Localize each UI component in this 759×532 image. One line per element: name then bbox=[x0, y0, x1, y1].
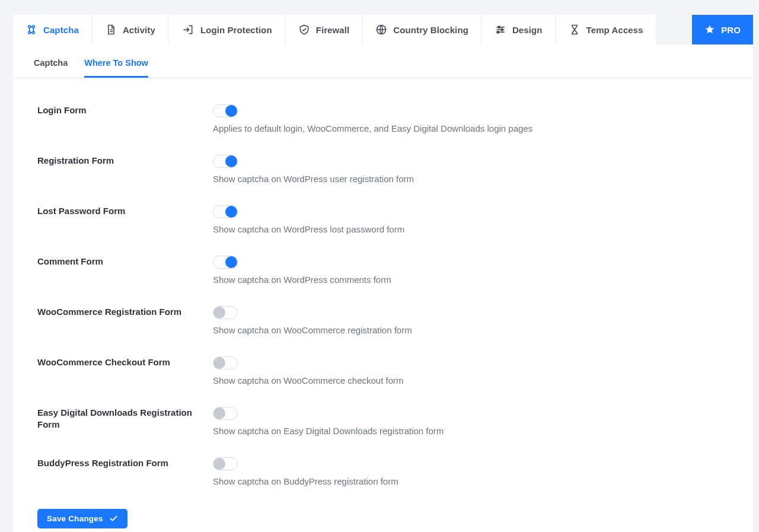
setting-help: Show captcha on WooCommerce registration… bbox=[213, 325, 729, 335]
setting-label: WooCommerce Checkout Form bbox=[37, 356, 213, 368]
document-icon bbox=[105, 24, 117, 36]
row-login-form: Login Form Applies to default login, Woo… bbox=[37, 96, 729, 146]
tab-activity[interactable]: Activity bbox=[93, 15, 168, 44]
svg-point-3 bbox=[33, 31, 35, 34]
shield-icon bbox=[298, 24, 310, 36]
svg-point-0 bbox=[28, 26, 31, 28]
tab-pro[interactable]: PRO bbox=[692, 15, 753, 44]
setting-label: Easy Digital Downloads Registration Form bbox=[37, 407, 213, 431]
settings-panel: Captcha Where To Show Login Form Applies… bbox=[13, 44, 753, 532]
row-woo-checkout-form: WooCommerce Checkout Form Show captcha o… bbox=[37, 348, 729, 399]
tab-label: Activity bbox=[123, 25, 155, 35]
row-buddypress-registration-form: BuddyPress Registration Form Show captch… bbox=[37, 449, 729, 499]
toggle-login-form[interactable] bbox=[213, 104, 238, 117]
row-lost-password-form: Lost Password Form Show captcha on WordP… bbox=[37, 197, 729, 247]
tab-label: Firewall bbox=[316, 25, 350, 35]
setting-label: WooCommerce Registration Form bbox=[37, 306, 213, 318]
setting-help: Show captcha on BuddyPress registration … bbox=[213, 476, 729, 486]
save-label: Save Changes bbox=[47, 514, 103, 523]
svg-point-5 bbox=[498, 26, 500, 28]
toggle-woo-registration-form[interactable] bbox=[213, 306, 238, 319]
svg-point-7 bbox=[497, 31, 499, 33]
setting-help: Show captcha on WooCommerce checkout for… bbox=[213, 375, 729, 386]
toggle-lost-password-form[interactable] bbox=[213, 205, 238, 218]
tab-label: Design bbox=[512, 25, 543, 35]
setting-help: Show captcha on WordPress comments form bbox=[213, 275, 729, 285]
tab-country-blocking[interactable]: Country Blocking bbox=[363, 15, 481, 44]
tab-captcha[interactable]: Captcha bbox=[13, 15, 91, 44]
subtab-where-to-show[interactable]: Where To Show bbox=[84, 55, 148, 78]
sub-tabs: Captcha Where To Show bbox=[14, 45, 752, 78]
svg-point-2 bbox=[28, 31, 31, 34]
tab-label: Temp Access bbox=[586, 25, 643, 35]
save-changes-button[interactable]: Save Changes bbox=[37, 509, 127, 528]
tab-label: Country Blocking bbox=[393, 25, 468, 35]
setting-label: Login Form bbox=[37, 104, 213, 116]
star-icon bbox=[704, 24, 715, 35]
login-icon bbox=[181, 24, 194, 36]
tab-label: Login Protection bbox=[200, 25, 272, 35]
svg-point-6 bbox=[501, 28, 503, 30]
setting-help: Show captcha on WordPress user registrat… bbox=[213, 174, 729, 184]
row-woo-registration-form: WooCommerce Registration Form Show captc… bbox=[37, 298, 729, 348]
tab-label: PRO bbox=[721, 25, 741, 35]
top-tabs: Captcha Activity Login Protection bbox=[13, 15, 753, 44]
setting-help: Applies to default login, WooCommerce, a… bbox=[213, 123, 729, 133]
tab-label: Captcha bbox=[43, 25, 79, 35]
tab-firewall[interactable]: Firewall bbox=[286, 15, 362, 44]
tab-design[interactable]: Design bbox=[482, 15, 555, 44]
sliders-icon bbox=[495, 24, 506, 36]
setting-help: Show captcha on Easy Digital Downloads r… bbox=[213, 426, 729, 436]
row-comment-form: Comment Form Show captcha on WordPress c… bbox=[37, 247, 729, 298]
setting-label: Comment Form bbox=[37, 256, 213, 267]
setting-label: Lost Password Form bbox=[37, 205, 213, 217]
setting-label: Registration Form bbox=[37, 155, 213, 167]
tab-login-protection[interactable]: Login Protection bbox=[169, 15, 285, 44]
toggle-comment-form[interactable] bbox=[213, 256, 238, 269]
toggle-registration-form[interactable] bbox=[213, 155, 238, 168]
svg-point-1 bbox=[33, 26, 35, 28]
setting-help: Show captcha on WordPress lost password … bbox=[213, 224, 729, 234]
toggle-edd-registration-form[interactable] bbox=[213, 407, 238, 420]
globe-icon bbox=[375, 24, 387, 36]
row-registration-form: Registration Form Show captcha on WordPr… bbox=[37, 146, 729, 197]
row-edd-registration-form: Easy Digital Downloads Registration Form… bbox=[37, 399, 729, 449]
tab-temp-access[interactable]: Temp Access bbox=[556, 15, 656, 44]
check-icon bbox=[109, 514, 118, 523]
setting-label: BuddyPress Registration Form bbox=[37, 457, 213, 469]
subtab-captcha[interactable]: Captcha bbox=[34, 55, 68, 78]
captcha-icon bbox=[25, 24, 37, 36]
toggle-woo-checkout-form[interactable] bbox=[213, 356, 238, 369]
toggle-buddypress-registration-form[interactable] bbox=[213, 457, 238, 470]
settings-form: Login Form Applies to default login, Woo… bbox=[14, 78, 752, 532]
hourglass-icon bbox=[569, 24, 581, 36]
